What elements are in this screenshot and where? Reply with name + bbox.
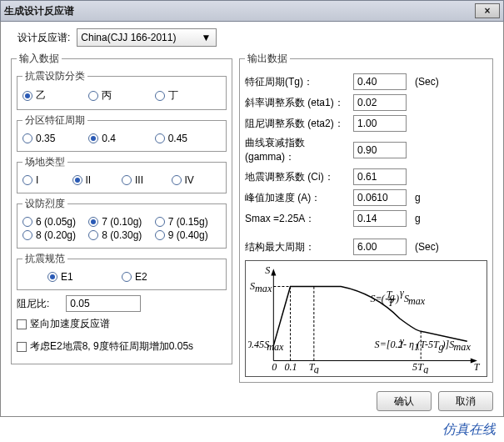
radio-icon	[88, 230, 98, 240]
code-legend: 抗震规范	[22, 252, 67, 266]
svg-text:0: 0	[272, 361, 277, 373]
output-label: 斜率调整系数 (eta1)：	[245, 96, 353, 110]
output-value[interactable]: 1.00	[353, 115, 407, 132]
radio-icon	[155, 217, 165, 227]
radio-label: 0.4	[102, 133, 116, 144]
radio-icon	[172, 175, 182, 185]
svg-text:g: g	[423, 364, 428, 374]
radio-label: 丙	[102, 88, 112, 103]
radio-icon	[22, 133, 32, 143]
cancel-button[interactable]: 取消	[438, 391, 493, 411]
svg-text:): )	[395, 293, 399, 304]
damping-input[interactable]: 0.05	[66, 295, 141, 312]
spectrum-select[interactable]: China(CJJ 166-2011) ▼	[77, 28, 217, 47]
output-label: 阻尼调整系数 (eta2)：	[245, 117, 353, 131]
input-fieldset: 输入数据 抗震设防分类 乙丙丁 分区特征周期 0.350.40.45 场地类型 …	[11, 52, 232, 364]
dialog-window: 生成设计反应谱 × 设计反应谱: China(CJJ 166-2011) ▼ 输…	[0, 0, 504, 442]
output-row: 地震调整系数 (Ci)：0.61	[245, 168, 487, 185]
radio-item[interactable]: 8 (0.20g)	[22, 229, 88, 241]
radio-item[interactable]: 0.35	[22, 133, 88, 144]
radio-label: E2	[135, 271, 147, 283]
output-value[interactable]: 0.90	[353, 142, 407, 158]
site-type-legend: 场地类型	[22, 155, 67, 169]
output-label: 结构最大周期：	[245, 240, 353, 254]
ok-button[interactable]: 确认	[377, 391, 432, 411]
radio-item[interactable]: III	[122, 174, 172, 186]
vertical-checkbox[interactable]	[17, 319, 27, 329]
vertical-label: 竖向加速度反应谱	[30, 317, 110, 331]
code-fieldset: 抗震规范 E1E2	[17, 252, 227, 290]
output-value[interactable]: 0.02	[353, 94, 407, 111]
radio-label: 丁	[168, 88, 178, 103]
radio-item[interactable]: 丙	[88, 88, 154, 103]
radio-icon	[22, 175, 32, 185]
svg-text:- η: - η	[403, 339, 414, 350]
output-value[interactable]: 0.40	[353, 73, 407, 90]
radio-item[interactable]: 9 (0.40g)	[155, 229, 221, 241]
radio-item[interactable]: 7 (0.15g)	[155, 216, 221, 228]
consider-checkbox[interactable]	[17, 342, 27, 352]
output-row: 特征周期(Tg)：0.40(Sec)	[245, 73, 487, 90]
consider-label: 考虑E2地震8, 9度特征周期增加0.05s	[30, 339, 193, 354]
output-unit: (Sec)	[415, 241, 439, 253]
radio-item[interactable]: II	[72, 174, 122, 186]
radio-label: 8 (0.20g)	[36, 229, 76, 241]
radio-item[interactable]: 7 (0.10g)	[88, 216, 154, 228]
seismic-class-legend: 抗震设防分类	[22, 69, 87, 83]
output-value[interactable]: 6.00	[353, 239, 407, 255]
svg-text:S=: S=	[371, 293, 382, 304]
char-period-legend: 分区特征周期	[22, 113, 87, 128]
titlebar[interactable]: 生成设计反应谱 ×	[0, 0, 504, 22]
radio-label: IV	[185, 174, 194, 186]
svg-text:)]S: )]S	[441, 339, 454, 350]
radio-icon	[22, 217, 32, 227]
radio-icon	[88, 217, 98, 227]
spectrum-chart: S T 0 0.1 Tg 5Tg Smax 0.45Smax	[248, 264, 484, 374]
radio-item[interactable]: 8 (0.30g)	[88, 229, 154, 241]
close-button[interactable]: ×	[475, 3, 500, 18]
watermark: 仿真在线	[442, 421, 496, 439]
output-row: 结构最大周期：6.00(Sec)	[245, 239, 487, 255]
output-label: 特征周期(Tg)：	[245, 75, 353, 89]
output-row: 峰值加速度 (A)：0.0610g	[245, 189, 487, 206]
radio-label: II	[86, 174, 92, 186]
output-legend: 输出数据	[245, 52, 290, 66]
spectrum-label: 设计反应谱:	[17, 31, 70, 45]
output-fieldset: 输出数据 特征周期(Tg)：0.40(Sec)斜率调整系数 (eta1)：0.0…	[239, 52, 493, 383]
svg-marker-1	[271, 269, 276, 275]
radio-item[interactable]: I	[22, 174, 72, 186]
output-value[interactable]: 0.0610	[353, 189, 407, 206]
radio-item[interactable]: 丁	[155, 88, 221, 103]
intensity-fieldset: 设防烈度 6 (0.05g)7 (0.10g)7 (0.15g) 8 (0.20…	[17, 197, 227, 249]
radio-item[interactable]: 0.45	[155, 133, 221, 144]
radio-icon	[22, 91, 32, 101]
radio-item[interactable]: 0.4	[88, 133, 154, 144]
intensity-legend: 设防烈度	[22, 197, 67, 211]
radio-icon	[122, 175, 132, 185]
radio-item[interactable]: IV	[172, 174, 222, 186]
window-title: 生成设计反应谱	[4, 4, 475, 18]
output-label: 曲线衰减指数 (gamma)：	[245, 136, 353, 164]
svg-text:S: S	[265, 264, 270, 276]
radio-item[interactable]: 6 (0.05g)	[22, 216, 88, 228]
radio-label: 7 (0.10g)	[102, 216, 142, 228]
radio-item[interactable]: 乙	[22, 88, 88, 103]
radio-icon	[88, 133, 98, 143]
output-value[interactable]: 0.61	[353, 168, 407, 185]
output-row: Smax =2.25A：0.14g	[245, 210, 487, 227]
output-row: 曲线衰减指数 (gamma)：0.90	[245, 136, 487, 164]
svg-text:g: g	[314, 364, 319, 374]
radio-item[interactable]: E1	[47, 271, 122, 283]
radio-label: 6 (0.05g)	[36, 216, 76, 228]
svg-text:max: max	[408, 295, 426, 307]
radio-label: I	[36, 174, 38, 186]
radio-icon	[72, 175, 82, 185]
radio-icon	[155, 230, 165, 240]
site-type-fieldset: 场地类型 IIIIIIIV	[17, 155, 227, 193]
chevron-down-icon: ▼	[199, 32, 212, 43]
dialog-body: 设计反应谱: China(CJJ 166-2011) ▼ 输入数据 抗震设防分类…	[0, 22, 504, 417]
output-value[interactable]: 0.14	[353, 210, 407, 227]
close-icon: ×	[484, 5, 490, 17]
radio-label: 乙	[36, 88, 46, 103]
radio-item[interactable]: E2	[122, 271, 196, 283]
